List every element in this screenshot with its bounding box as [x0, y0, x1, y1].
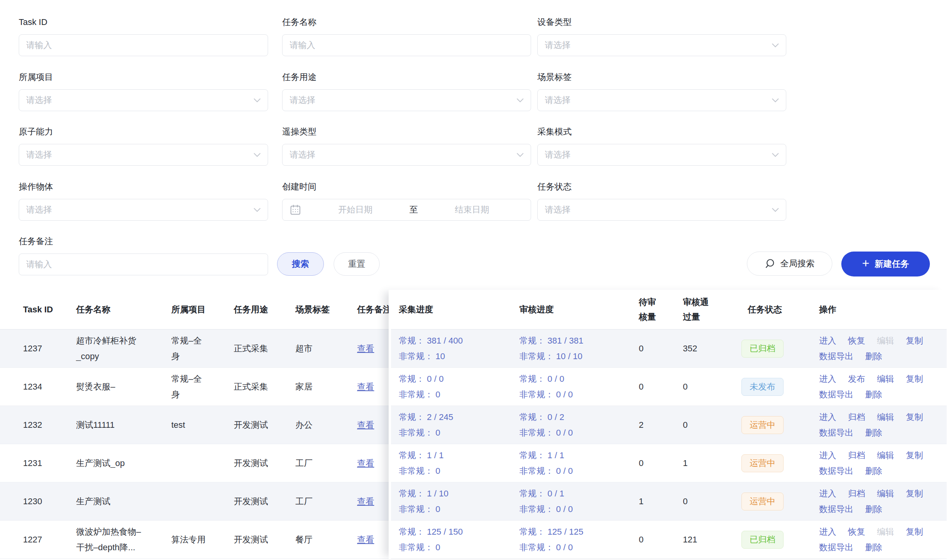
device-type-select[interactable]: 请选择 [537, 34, 786, 56]
task-status-placeholder: 请选择 [545, 204, 772, 216]
action-export[interactable]: 数据导出 [819, 351, 853, 361]
plus-icon: + [862, 257, 869, 269]
global-search-button[interactable]: 全局搜索 [747, 252, 832, 276]
review-progress-regular: 常规： 0 / 2 [519, 409, 639, 425]
action-delete[interactable]: 删除 [865, 428, 882, 438]
task-note-input-field[interactable] [26, 259, 261, 269]
collect-progress-regular: 常规： 1 / 10 [399, 486, 519, 502]
scene-tag-select[interactable]: 请选择 [537, 89, 786, 111]
status-badge: 运营中 [741, 493, 784, 510]
table-row: 1230 生产测试 开发测试 工厂 查看 [0, 482, 419, 521]
action-archive[interactable]: 归档 [848, 412, 865, 422]
cell-review-passed: 352 [683, 344, 748, 354]
action-copy[interactable]: 复制 [906, 336, 923, 346]
task-purpose-select[interactable]: 请选择 [282, 89, 531, 111]
note-view-link[interactable]: 查看 [357, 382, 374, 392]
action-copy[interactable]: 复制 [906, 489, 923, 498]
action-enter[interactable]: 进入 [819, 374, 836, 384]
action-edit[interactable]: 编辑 [877, 450, 894, 460]
task-name-input[interactable] [282, 34, 531, 56]
note-view-link[interactable]: 查看 [357, 535, 374, 544]
task-status-select[interactable]: 请选择 [537, 199, 786, 221]
task-note-input[interactable] [19, 253, 268, 275]
task-id-input-field[interactable] [26, 40, 261, 50]
filter-field-operate-object: 操作物体 请选择 [19, 181, 268, 193]
task-name-input-field[interactable] [290, 40, 524, 50]
task-id-input[interactable] [19, 34, 268, 56]
project-label: 所属项目 [19, 71, 268, 83]
action-copy[interactable]: 复制 [906, 412, 923, 422]
start-date-placeholder[interactable]: 开始日期 [304, 204, 407, 216]
collect-progress-irregular: 非常规： 0 [399, 502, 519, 517]
end-date-placeholder[interactable]: 结束日期 [420, 204, 524, 216]
action-copy[interactable]: 复制 [906, 450, 923, 460]
action-restore[interactable]: 恢复 [848, 527, 865, 537]
device-type-placeholder: 请选择 [545, 39, 772, 51]
action-edit[interactable]: 编辑 [877, 412, 894, 422]
collect-progress-regular: 常规： 381 / 400 [399, 333, 519, 349]
status-badge: 未发布 [741, 378, 784, 396]
create-time-range-picker[interactable]: 开始日期 至 结束日期 [282, 199, 531, 221]
note-view-link[interactable]: 查看 [357, 344, 374, 353]
action-edit[interactable]: 编辑 [877, 489, 894, 498]
collect-progress-irregular: 非常规： 0 [399, 463, 519, 479]
reset-button[interactable]: 重置 [334, 252, 380, 276]
action-delete[interactable]: 删除 [865, 351, 882, 361]
review-progress-regular: 常规： 125 / 125 [519, 524, 639, 540]
filter-field-teleop-type: 遥操类型 请选择 [282, 126, 531, 138]
review-progress-irregular: 非常规： 0 / 0 [519, 540, 639, 555]
project-select[interactable]: 请选择 [19, 89, 268, 111]
project-placeholder: 请选择 [26, 94, 254, 106]
action-restore[interactable]: 恢复 [848, 336, 865, 346]
action-delete[interactable]: 删除 [865, 390, 882, 399]
task-note-label: 任务备注 [19, 236, 268, 247]
action-enter[interactable]: 进入 [819, 527, 836, 537]
action-export[interactable]: 数据导出 [819, 428, 853, 438]
cell-purpose: 开发测试 [234, 496, 295, 507]
column-header-project: 所属项目 [171, 304, 234, 315]
operate-object-select[interactable]: 请选择 [19, 199, 268, 221]
search-button[interactable]: 搜索 [277, 252, 324, 276]
collect-mode-label: 采集模式 [537, 126, 786, 138]
note-view-link[interactable]: 查看 [357, 458, 374, 468]
cell-purpose: 正式采集 [234, 381, 295, 393]
collect-progress-regular: 常规： 2 / 245 [399, 409, 519, 425]
action-publish[interactable]: 发布 [848, 374, 865, 384]
cell-review-passed: 0 [683, 420, 748, 430]
review-progress-regular: 常规： 1 / 1 [519, 448, 639, 463]
action-delete[interactable]: 删除 [865, 466, 882, 476]
action-enter[interactable]: 进入 [819, 412, 836, 422]
action-archive[interactable]: 归档 [848, 450, 865, 460]
table-row: 1232 测试11111 test 开发测试 办公 查看 [0, 406, 419, 444]
table-row: 1234 熨烫衣服– 常规–全身 正式采集 家居 查看 [0, 368, 419, 406]
chevron-down-icon [772, 153, 779, 157]
action-enter[interactable]: 进入 [819, 450, 836, 460]
column-header-scene-tag: 场景标签 [295, 304, 357, 315]
action-copy[interactable]: 复制 [906, 527, 923, 537]
filter-field-atomic-capability: 原子能力 请选择 [19, 126, 268, 138]
action-copy[interactable]: 复制 [906, 374, 923, 384]
action-archive[interactable]: 归档 [848, 489, 865, 498]
collect-mode-select[interactable]: 请选择 [537, 144, 786, 166]
note-view-link[interactable]: 查看 [357, 496, 374, 506]
action-export[interactable]: 数据导出 [819, 466, 853, 476]
action-enter[interactable]: 进入 [819, 489, 836, 498]
action-edit[interactable]: 编辑 [877, 374, 894, 384]
action-delete[interactable]: 删除 [865, 542, 882, 552]
teleop-type-select[interactable]: 请选择 [282, 144, 531, 166]
action-export[interactable]: 数据导出 [819, 390, 853, 399]
action-delete[interactable]: 删除 [865, 504, 882, 514]
table-header-right: 采集进度 审核进度 待审核量 审核通过量 任务状态 操作 [391, 290, 947, 330]
atomic-capability-select[interactable]: 请选择 [19, 144, 268, 166]
action-enter[interactable]: 进入 [819, 336, 836, 346]
action-export[interactable]: 数据导出 [819, 504, 853, 514]
filter-field-task-id: Task ID [19, 16, 268, 28]
cell-task-name: 熨烫衣服– [76, 379, 146, 395]
review-progress-irregular: 非常规： 0 / 0 [519, 425, 639, 441]
cell-task-name: 测试11111 [76, 417, 146, 433]
note-view-link[interactable]: 查看 [357, 420, 374, 430]
new-task-button[interactable]: + 新建任务 [841, 252, 930, 276]
action-export[interactable]: 数据导出 [819, 542, 853, 552]
global-search-label: 全局搜索 [780, 258, 815, 269]
filter-field-task-status: 任务状态 请选择 [537, 181, 786, 193]
